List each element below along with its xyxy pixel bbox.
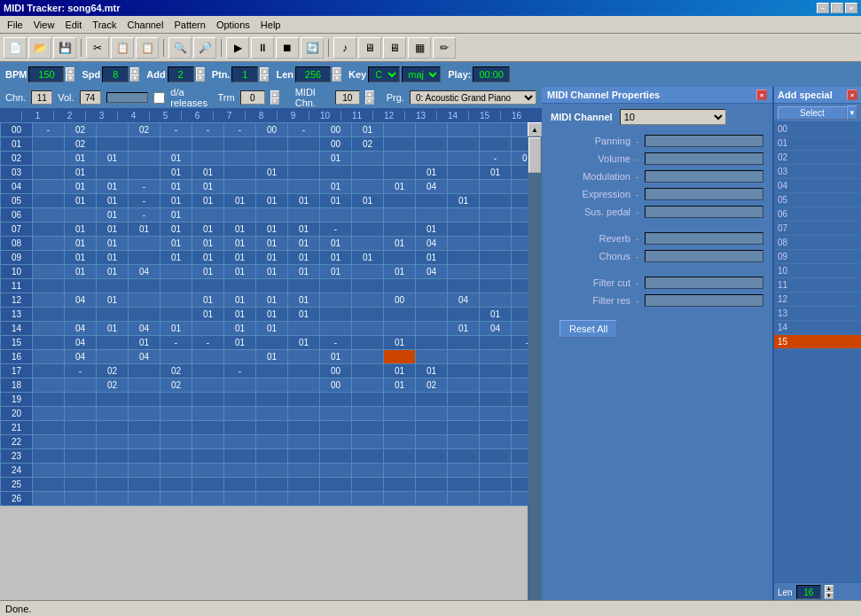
- cell-16-15[interactable]: [480, 350, 512, 364]
- select-button[interactable]: Select: [778, 106, 847, 120]
- cell-16-16[interactable]: [512, 350, 528, 364]
- cell-11-10[interactable]: [320, 279, 352, 293]
- menu-help[interactable]: Help: [255, 18, 286, 32]
- cell-02-10[interactable]: 01: [320, 152, 352, 166]
- cell-18-9[interactable]: [288, 378, 320, 393]
- cell-22-4[interactable]: [129, 435, 160, 449]
- cell-00-11[interactable]: 01: [352, 123, 384, 137]
- cell-20-5[interactable]: [160, 407, 192, 421]
- cell-15-4[interactable]: 01: [129, 336, 160, 350]
- chan-item-07[interactable]: 07: [774, 222, 861, 236]
- cell-04-16[interactable]: [512, 180, 528, 194]
- reverb-slider[interactable]: [645, 232, 763, 245]
- cell-02-12[interactable]: [384, 152, 416, 166]
- cell-04-15[interactable]: [480, 180, 512, 194]
- cell-14-11[interactable]: [352, 322, 384, 336]
- cell-22-1[interactable]: [33, 435, 65, 449]
- cell-05-3[interactable]: 01: [97, 194, 129, 208]
- cell-03-8[interactable]: 01: [256, 166, 288, 180]
- cell-00-2[interactable]: 02: [65, 123, 97, 137]
- cell-06-6[interactable]: [192, 208, 224, 222]
- cell-07-12[interactable]: [384, 222, 416, 237]
- cell-00-6[interactable]: -: [192, 123, 224, 137]
- cell-20-4[interactable]: [129, 407, 160, 421]
- cell-06-16[interactable]: [512, 208, 528, 222]
- cell-03-13[interactable]: 01: [416, 166, 448, 180]
- cell-00-10[interactable]: 00: [320, 123, 352, 137]
- cell-17-10[interactable]: 00: [320, 364, 352, 378]
- cell-19-2[interactable]: [65, 393, 97, 407]
- cell-03-4[interactable]: [129, 166, 160, 180]
- edit-button[interactable]: ✏: [433, 37, 456, 58]
- cell-09-15[interactable]: [480, 251, 512, 265]
- cell-12-13[interactable]: [416, 293, 448, 308]
- cell-19-14[interactable]: [448, 393, 480, 407]
- cell-20-7[interactable]: [224, 407, 256, 421]
- cell-17-13[interactable]: 01: [416, 364, 448, 378]
- cell-02-16[interactable]: 01: [512, 152, 528, 166]
- len-down[interactable]: ▼: [333, 74, 341, 82]
- scroll-thumb[interactable]: [528, 137, 541, 173]
- cell-23-14[interactable]: [448, 449, 480, 464]
- cell-09-14[interactable]: [448, 251, 480, 265]
- cell-18-6[interactable]: [192, 378, 224, 393]
- open-button[interactable]: 📂: [28, 37, 51, 58]
- maximize-button[interactable]: □: [831, 3, 843, 13]
- cell-14-10[interactable]: [320, 322, 352, 336]
- cell-23-13[interactable]: [416, 449, 448, 464]
- cell-22-7[interactable]: [224, 435, 256, 449]
- cell-00-4[interactable]: 02: [129, 123, 160, 137]
- cell-19-4[interactable]: [129, 393, 160, 407]
- midi-chn-down[interactable]: ▼: [365, 97, 374, 105]
- pause-button[interactable]: ⏸: [251, 37, 274, 58]
- cell-05-6[interactable]: 01: [192, 194, 224, 208]
- midi-channel-select[interactable]: 10: [620, 109, 726, 125]
- cell-24-8[interactable]: [256, 464, 288, 478]
- cell-15-3[interactable]: [97, 336, 129, 350]
- cell-10-8[interactable]: 01: [256, 265, 288, 279]
- cell-02-2[interactable]: 01: [65, 152, 97, 166]
- cell-01-6[interactable]: [192, 137, 224, 152]
- cell-26-16[interactable]: [512, 492, 528, 506]
- cell-07-16[interactable]: [512, 222, 528, 237]
- cell-12-1[interactable]: [33, 293, 65, 308]
- cell-03-1[interactable]: [33, 166, 65, 180]
- cell-26-2[interactable]: [65, 492, 97, 506]
- cell-15-8[interactable]: [256, 336, 288, 350]
- spd-input[interactable]: [102, 66, 129, 82]
- cell-21-11[interactable]: [352, 421, 384, 435]
- cell-12-15[interactable]: [480, 293, 512, 308]
- cell-13-15[interactable]: 01: [480, 308, 512, 322]
- cell-10-12[interactable]: 01: [384, 265, 416, 279]
- cell-14-4[interactable]: 04: [129, 322, 160, 336]
- bpm-up[interactable]: ▲: [66, 67, 74, 74]
- cell-20-14[interactable]: [448, 407, 480, 421]
- chan-item-04[interactable]: 04: [774, 179, 861, 193]
- cell-24-11[interactable]: [352, 464, 384, 478]
- cell-07-3[interactable]: 01: [97, 222, 129, 237]
- cell-05-8[interactable]: 01: [256, 194, 288, 208]
- cell-04-3[interactable]: 01: [97, 180, 129, 194]
- cell-21-6[interactable]: [192, 421, 224, 435]
- cell-24-15[interactable]: [480, 464, 512, 478]
- cell-09-1[interactable]: [33, 251, 65, 265]
- cell-20-12[interactable]: [384, 407, 416, 421]
- chan-item-15[interactable]: 15: [774, 335, 861, 349]
- expression-slider[interactable]: [645, 188, 763, 200]
- chan-item-02[interactable]: 02: [774, 151, 861, 165]
- cell-05-12[interactable]: [384, 194, 416, 208]
- trm-input[interactable]: [240, 90, 265, 105]
- cell-02-15[interactable]: -: [480, 152, 512, 166]
- cell-16-11[interactable]: [352, 350, 384, 364]
- cell-26-7[interactable]: [224, 492, 256, 506]
- cell-16-8[interactable]: 01: [256, 350, 288, 364]
- cell-13-5[interactable]: [160, 308, 192, 322]
- cell-09-10[interactable]: 01: [320, 251, 352, 265]
- cell-01-12[interactable]: [384, 137, 416, 152]
- select-dropdown[interactable]: ▼: [847, 105, 857, 120]
- cell-19-11[interactable]: [352, 393, 384, 407]
- cell-15-15[interactable]: [480, 336, 512, 350]
- cell-08-7[interactable]: 01: [224, 237, 256, 251]
- cell-21-7[interactable]: [224, 421, 256, 435]
- cell-10-3[interactable]: 01: [97, 265, 129, 279]
